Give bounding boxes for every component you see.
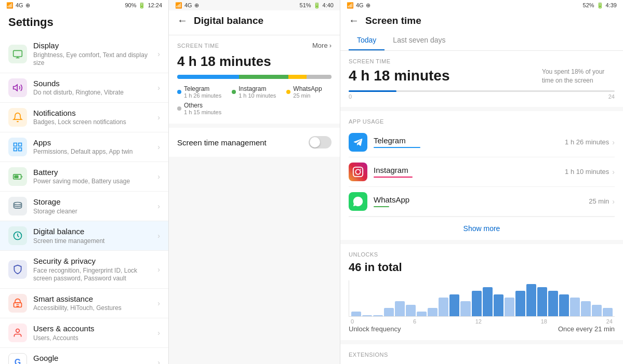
security-subtitle: Face recognition, Fingerprint ID, Lock s… [33,267,157,283]
settings-item-digital-balance[interactable]: Digital balance Screen time management › [0,221,168,251]
status-bar-3: 📶 4G ⊕ 52% 🔋 4:39 [340,0,623,10]
chart-bars-container [349,280,615,317]
battery-chevron: › [157,172,160,181]
unlocks-section: UNLOCKS 46 in total 0 6 12 18 24 Unlock … [340,244,623,340]
chart-bar-8 [439,298,448,316]
digital-total-time: 4 h 18 minutes [177,53,332,70]
settings-item-notifications[interactable]: Notifications Badges, Lock screen notifi… [0,103,168,132]
progress-min-label: 0 [349,93,352,100]
svg-rect-9 [15,176,18,178]
battery2-percent: 51% [300,2,311,8]
telegram-chevron: › [612,138,615,146]
telegram-dot [177,90,181,94]
display-icon [8,45,27,63]
security-title: Security & privacy [33,256,157,266]
legend-instagram: Instagram 1 h 10 minutes [232,85,276,99]
digital-screen-time-section: SCREEN TIME More › 4 h 18 minutes Telegr… [169,35,340,124]
settings-item-battery[interactable]: Battery Power saving mode, Battery usage… [0,162,168,192]
notifications-icon [8,108,27,127]
security-icon [8,260,27,279]
unlocks-label: UNLOCKS [349,251,615,258]
sounds-title: Sounds [33,78,157,89]
settings-item-display[interactable]: Display Brightness, Eye comfort, Text an… [0,35,168,73]
storage-subtitle: Storage cleaner [33,208,157,216]
screen-time-section-label: SCREEN TIME [349,58,615,64]
display-subtitle: Brightness, Eye comfort, Text and displa… [33,51,157,68]
settings-item-sounds[interactable]: Sounds Do not disturb, Ringtone, Vibrate… [0,73,168,103]
show-more-button[interactable]: Show more [349,217,615,240]
chart-bar-16 [526,284,536,316]
instagram-usage-bar [374,177,413,178]
extra3-icon: ⊕ [366,2,370,9]
storage-title: Storage [33,197,157,207]
chart-bar-12 [483,287,493,316]
chart-bar-21 [581,301,591,316]
toggle-switch[interactable] [309,136,332,149]
total-screen-time: 4 h 18 minutes [349,68,450,84]
screen-time-title: Screen time [365,15,421,26]
app-row-whatsapp[interactable]: WhatsApp 25 min › [349,187,615,217]
app-row-instagram[interactable]: Instagram 1 h 10 minutes › [349,157,615,187]
smart-chevron: › [157,299,160,307]
digital-panel-title: Digital balance [194,15,263,26]
legend-whatsapp: WhatsApp 25 min [286,85,322,99]
progress-labels: 0 24 [349,93,615,100]
app-usage-label: APP USAGE [349,118,615,125]
svg-rect-15 [353,167,363,176]
whatsapp-chevron: › [612,197,615,206]
apps-chevron: › [157,143,160,151]
settings-item-apps[interactable]: Apps Permissions, Default apps, App twin… [0,132,168,162]
digital-balance-icon [8,226,27,245]
more-button[interactable]: More › [312,42,332,49]
unlocks-chart: 0 6 12 18 24 [349,280,615,322]
settings-item-smart[interactable]: Smart assistance Accessibility, HiTouch,… [0,289,168,318]
instagram-bar [239,75,288,79]
battery3-icon: 🔋 [597,2,604,9]
whatsapp-usage-bar [374,206,389,207]
battery3-percent: 52% [583,2,594,8]
telegram-app-icon [349,133,367,152]
settings-item-google[interactable]: G Google Google services › [0,348,168,364]
unlocks-total: 46 in total [349,261,615,274]
chart-bar-15 [515,291,525,316]
settings-item-storage[interactable]: Storage Storage cleaner › [0,192,168,221]
digital-subtitle: Screen time management [33,237,157,246]
screen-time-label-2: SCREEN TIME [177,43,219,49]
screen-time-back-button[interactable]: ← [349,15,359,26]
users-subtitle: Users, Accounts [33,334,157,343]
digital-back-button[interactable]: ← [177,15,188,26]
instagram-dot [232,90,236,94]
tab-last-seven[interactable]: Last seven days [385,31,454,50]
instagram-name: Instagram [374,166,565,174]
settings-title: Settings [0,10,168,35]
google-title: Google [33,353,157,363]
screen-time-stats: SCREEN TIME 4 h 18 minutes You spent 18%… [340,51,623,107]
tabs-row: Today Last seven days [349,31,615,50]
settings-item-users[interactable]: Users & accounts Users, Accounts › [0,318,168,348]
tab-today[interactable]: Today [349,31,385,50]
chart-bar-7 [428,308,438,316]
whatsapp-bar [288,75,307,79]
x-label-6: 6 [413,318,416,325]
extra2-icon: ⊕ [194,2,199,9]
smart-icon [8,294,27,313]
chart-bar-1 [362,315,372,316]
svg-rect-5 [19,143,22,146]
screen-time-main: SCREEN TIME 4 h 18 minutes You spent 18%… [340,51,623,364]
signal3-text: 4G [356,2,364,8]
svg-rect-0 [14,50,22,57]
settings-item-security[interactable]: Security & privacy Face recognition, Fin… [0,251,168,289]
telegram-time: 1 h 26 minutes [565,138,609,146]
apps-subtitle: Permissions, Default apps, App twin [33,148,157,156]
toggle-label: Screen time management [177,138,267,147]
chart-bar-9 [449,294,459,316]
chart-bar-13 [494,294,503,316]
chart-bar-20 [570,298,580,316]
app-row-telegram[interactable]: Telegram 1 h 26 minutes › [349,128,615,157]
chart-bar-2 [373,315,383,316]
time-note: You spent 18% of your time on the screen [542,68,615,85]
storage-icon [8,197,27,215]
signal2-text: 4G [184,2,192,8]
app-usage-legend: Telegram 1 h 26 minutes Instagram 1 h 10… [177,85,332,115]
legend-others: Others 1 h 15 minutes [177,102,221,115]
